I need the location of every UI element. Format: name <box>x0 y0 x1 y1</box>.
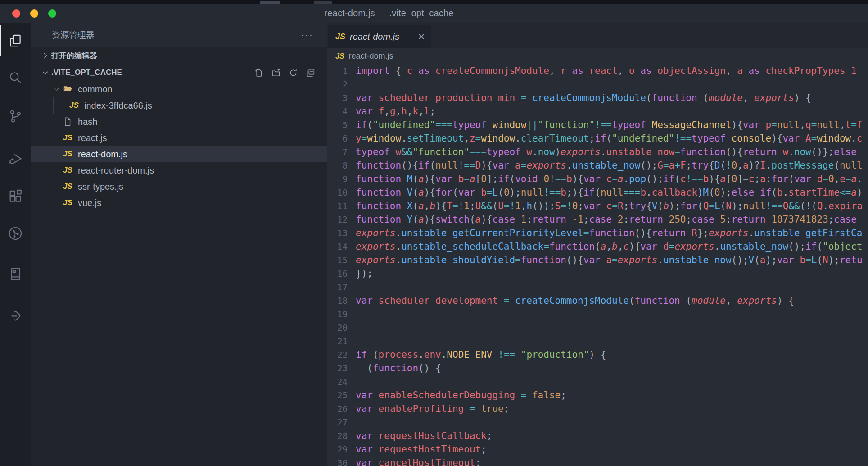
chevron-down-icon[interactable] <box>50 86 63 93</box>
tree-item-index-3ffdca66.js[interactable]: JSindex-3ffdca66.js <box>31 97 327 114</box>
new-folder-icon[interactable] <box>271 68 281 78</box>
tree-item-vue.js[interactable]: JSvue.js <box>31 195 327 211</box>
tree-item-hash[interactable]: hash <box>31 114 327 130</box>
line-number: 25 <box>327 388 356 402</box>
sidebar-header: 资源管理器 ··· <box>31 23 327 47</box>
code-line[interactable]: 27 <box>327 416 868 429</box>
line-number: 28 <box>327 429 356 443</box>
code-line[interactable]: 7typeof w&&"function"===typeof w.now)exp… <box>327 145 868 159</box>
code-line[interactable]: 10function V(a){for(var b=L(0);null!==b;… <box>327 186 868 199</box>
code-line[interactable]: 6y=window.setTimeout,z=window.clearTimeo… <box>327 132 868 145</box>
tree-item-ssr-types.js[interactable]: JSssr-types.js <box>31 178 327 195</box>
line-number: 20 <box>327 321 356 334</box>
custom-tool-icon[interactable] <box>0 303 31 328</box>
source-control-icon[interactable] <box>0 104 31 129</box>
js-file-icon: JS <box>63 133 78 142</box>
line-number: 17 <box>327 280 356 294</box>
tab-react-dom-js[interactable]: JS react-dom.js ✕ <box>328 25 431 48</box>
code-line[interactable]: 2 <box>327 78 868 91</box>
code-line[interactable]: 26var enableProfiling = true; <box>327 402 868 416</box>
line-number: 5 <box>327 118 356 132</box>
code-line[interactable]: 30var cancelHostTimeout; <box>327 456 868 466</box>
file-icon <box>63 117 78 127</box>
code-line[interactable]: 18var scheduler_development = createComm… <box>327 294 868 307</box>
indent-guide <box>357 362 357 374</box>
js-file-icon: JS <box>69 101 84 110</box>
tree-item-react.js[interactable]: JSreact.js <box>31 130 327 146</box>
code-line[interactable]: 1import { c as createCommonjsModule, r a… <box>327 64 868 78</box>
breadcrumb[interactable]: JS react-dom.js <box>327 48 868 64</box>
refresh-icon[interactable] <box>289 68 298 78</box>
run-debug-icon[interactable] <box>0 146 31 171</box>
notebook-icon[interactable] <box>0 261 31 287</box>
code-line[interactable]: 9function M(a){var b=a[0];if(void 0!==b)… <box>327 172 868 186</box>
vite-opt-cache-section[interactable]: .VITE_OPT_CACHE <box>31 64 327 81</box>
background-window-strip <box>0 0 868 4</box>
code-area[interactable]: 1import { c as createCommonjsModule, r a… <box>327 64 868 466</box>
tree-item-label: index-3ffdca66.js <box>84 101 152 111</box>
line-number: 24 <box>327 375 356 388</box>
code-line[interactable]: 16}); <box>327 267 868 280</box>
line-number: 21 <box>327 334 356 348</box>
code-line[interactable]: 20 <box>327 321 868 334</box>
line-number: 29 <box>327 443 356 456</box>
line-number: 6 <box>327 132 356 145</box>
tree-item-label: react.js <box>78 133 107 143</box>
code-line[interactable]: 23 (function() { <box>327 361 868 375</box>
tree-item-label: react-dom.js <box>78 149 127 160</box>
more-actions-button[interactable]: ··· <box>301 29 313 41</box>
line-number: 9 <box>327 172 356 186</box>
code-line[interactable]: 15exports.unstable_shouldYield=function(… <box>327 253 868 267</box>
code-line[interactable]: 12function Y(a){switch(a){case 1:return … <box>327 213 868 226</box>
code-line[interactable]: 28var requestHostCallback; <box>327 429 868 443</box>
js-file-icon: JS <box>63 182 78 191</box>
line-number: 15 <box>327 253 356 267</box>
code-line[interactable]: 14exports.unstable_scheduleCallback=func… <box>327 240 868 253</box>
line-number: 12 <box>327 213 356 226</box>
explorer-icon[interactable] <box>0 28 31 53</box>
line-number: 26 <box>327 402 356 416</box>
tree-item-react-dom.js[interactable]: JSreact-dom.js <box>31 146 327 162</box>
window-title: react-dom.js — .vite_opt_cache <box>0 8 778 18</box>
tree-item-label: vue.js <box>78 198 101 208</box>
code-line[interactable]: 25var enableSchedulerDebugging = false; <box>327 388 868 402</box>
code-line[interactable]: 17 <box>327 280 868 294</box>
code-line[interactable]: 8function(){if(null!==D){var a=exports.u… <box>327 159 868 172</box>
code-line[interactable]: 5if("undefined"===typeof window||"functi… <box>327 118 868 132</box>
js-file-icon: JS <box>63 166 78 175</box>
sidebar-title: 资源管理器 <box>52 29 95 41</box>
js-file-icon: JS <box>335 32 345 41</box>
code-line[interactable]: 19 <box>327 307 868 321</box>
line-number: 4 <box>327 105 356 118</box>
git-graph-icon[interactable] <box>0 221 31 246</box>
close-tab-icon[interactable]: ✕ <box>418 32 425 42</box>
code-line[interactable]: 21 <box>327 334 868 348</box>
open-editors-section[interactable]: 打开的编辑器 <box>31 47 327 64</box>
code-line[interactable]: 22if (process.env.NODE_ENV !== "producti… <box>327 348 868 361</box>
collapse-folders-icon[interactable] <box>306 68 315 78</box>
tab-label: react-dom.js <box>350 32 399 42</box>
code-line[interactable]: 4var f,g,h,k,l; <box>327 105 868 118</box>
new-file-icon[interactable] <box>254 68 264 78</box>
line-number: 13 <box>327 226 356 240</box>
tree-item-react-router-dom.js[interactable]: JSreact-router-dom.js <box>31 162 327 178</box>
js-file-icon: JS <box>335 52 344 60</box>
extensions-icon[interactable] <box>0 184 31 209</box>
explorer-sidebar: 资源管理器 ··· 打开的编辑器 .VITE_OPT_CACHE commonJ… <box>31 23 327 466</box>
folder-open-icon <box>63 84 78 94</box>
code-line[interactable]: 11function X(a,b){T=!1;U&&(U=!1,h());S=!… <box>327 199 868 213</box>
line-number: 11 <box>327 199 356 213</box>
code-line[interactable]: 13exports.unstable_getCurrentPriorityLev… <box>327 226 868 240</box>
open-editors-label: 打开的编辑器 <box>51 50 97 61</box>
js-file-icon: JS <box>63 198 78 207</box>
indent-guide <box>357 376 357 388</box>
code-line[interactable]: 24 <box>327 375 868 388</box>
code-line[interactable]: 29var requestHostTimeout; <box>327 443 868 456</box>
tree-item-label: hash <box>78 117 97 127</box>
line-number: 30 <box>327 456 356 466</box>
search-icon[interactable] <box>0 65 31 90</box>
indent-guide <box>53 97 54 114</box>
code-line[interactable]: 3var scheduler_production_min = createCo… <box>327 91 868 105</box>
file-tree: commonJSindex-3ffdca66.jshashJSreact.jsJ… <box>31 81 327 211</box>
tree-item-common[interactable]: common <box>31 81 327 97</box>
